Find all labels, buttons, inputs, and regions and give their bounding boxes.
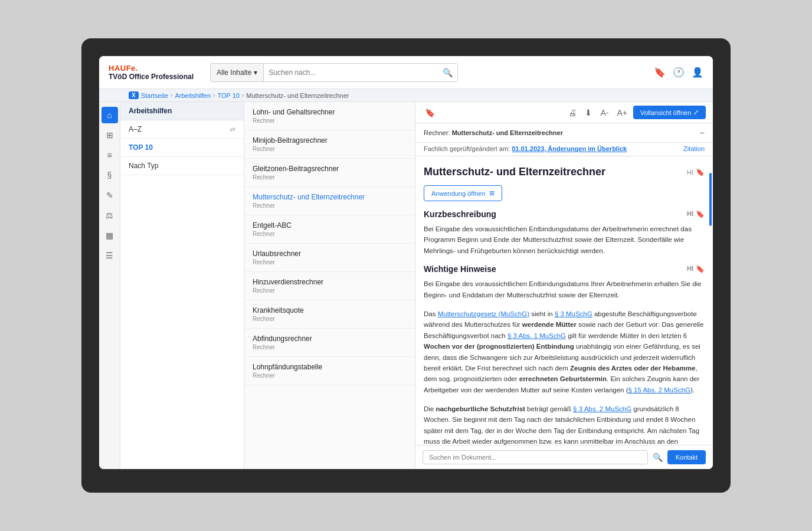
- section-0-icons: HI 🔖: [687, 210, 705, 218]
- doc-collapse-icon[interactable]: −: [700, 128, 705, 137]
- muschg-link[interactable]: Mutterschutzgesetz (MuSchG): [438, 310, 529, 317]
- doc-content: Mutterschutz- und Elternzeitrechner HI 🔖…: [415, 156, 713, 445]
- sidebar-item-az[interactable]: A–Z ⇌: [120, 120, 244, 139]
- item-type: Rechner: [253, 344, 407, 350]
- section-1-p2: Das Mutterschutzgesetz (MuSchG) sieht in…: [424, 309, 705, 395]
- doc-toolbar-left: 🔖: [423, 107, 437, 119]
- item-type: Rechner: [253, 287, 407, 294]
- user-header-icon[interactable]: 👤: [692, 67, 703, 78]
- logo-subtitle: TVöD Office Professional: [109, 73, 203, 81]
- logo-area: HAUFe. TVöD Office Professional: [109, 64, 203, 81]
- item-type: Rechner: [253, 231, 407, 237]
- doc-font-decrease[interactable]: A-: [598, 107, 611, 119]
- doc-meta-date: Fachlich geprüft/geändert am: 01.01.2023…: [424, 145, 627, 152]
- list-item-active[interactable]: Mutterschutz- und Elternzeitrechner Rech…: [244, 187, 415, 215]
- list-item[interactable]: Urlaubsrechner Rechner: [244, 244, 415, 272]
- doc-print-icon[interactable]: 🖨: [566, 107, 579, 119]
- item-title: Lohn- und Gehaltsrechner: [253, 108, 407, 116]
- par3-link[interactable]: § 3 MuSchG: [555, 310, 592, 317]
- doc-bookmark-icon[interactable]: 🔖: [423, 107, 437, 119]
- nav-grid-icon[interactable]: ▦: [102, 227, 118, 244]
- search-input-wrap[interactable]: 🔍: [263, 63, 458, 82]
- doc-download-icon[interactable]: ⬇: [582, 107, 594, 119]
- item-title: Hinzuverdienstrechner: [253, 278, 407, 286]
- section-1-icons: HI 🔖: [687, 265, 705, 273]
- sidebar-item-nachtyp[interactable]: Nach Typ: [120, 157, 244, 175]
- section1-hi-icon[interactable]: HI: [687, 265, 693, 273]
- item-title: Minijob-Beitragsrechner: [253, 136, 407, 145]
- list-item[interactable]: Lohn- und Gehaltsrechner Rechner: [244, 102, 415, 130]
- app-header: HAUFe. TVöD Office Professional Alle Inh…: [99, 56, 713, 89]
- doc-search-input[interactable]: [423, 450, 648, 464]
- search-input[interactable]: [269, 68, 443, 77]
- doc-font-increase[interactable]: A+: [614, 107, 630, 119]
- item-type: Rechner: [253, 117, 407, 124]
- search-icon: 🔍: [443, 68, 453, 77]
- kontakt-button[interactable]: Kontakt: [667, 450, 706, 464]
- app-open-button[interactable]: Anwendung öffnen ⊞: [424, 185, 502, 201]
- logo-text: HAUFe.: [109, 64, 203, 73]
- doc-search-icon[interactable]: 🔍: [653, 453, 663, 462]
- section-hi-icon[interactable]: HI: [687, 210, 693, 218]
- list-item[interactable]: Krankheitsquote Rechner: [244, 300, 415, 329]
- breadcrumb-startseite[interactable]: Startseite: [141, 92, 168, 99]
- doc-meta-title: Rechner: Mutterschutz- und Elternzeitrec…: [424, 129, 563, 136]
- sidebar-item-top10[interactable]: TOP 10: [120, 139, 244, 157]
- search-filter-dropdown[interactable]: Alle Inhalte ▾: [210, 63, 263, 82]
- sidebar-section-title: Arbeitshilfen: [120, 102, 244, 120]
- section-1-p3: Die nachgeburtliche Schutzfrist beträgt …: [424, 404, 705, 445]
- breadcrumb: X Startseite › Arbeitshilfen › TOP 10 › …: [99, 89, 713, 102]
- doc-meta-title-strong: Mutterschutz- und Elternzeitrechner: [452, 129, 563, 136]
- list-item[interactable]: Gleitzonen-Beitragsrechner Rechner: [244, 159, 415, 187]
- fullscreen-button[interactable]: Vollansicht öffnen ⤢: [633, 106, 706, 119]
- nav-home-icon[interactable]: ⌂: [102, 107, 118, 123]
- section-1-p1: Bei Eingabe des voraussichtlichen Entbin…: [424, 278, 705, 300]
- doc-cite-link[interactable]: Zitation: [683, 145, 705, 152]
- section-heading-hinweise: Wichtige Hinweise HI 🔖: [424, 264, 705, 274]
- par15-link[interactable]: § 15 Abs. 2 MuSchG: [628, 386, 690, 394]
- sidebar: Arbeitshilfen A–Z ⇌ TOP 10 Nach Typ: [120, 102, 244, 469]
- list-item[interactable]: Minijob-Beitragsrechner Rechner: [244, 130, 415, 159]
- title-bookmark-icon[interactable]: 🔖: [696, 168, 705, 176]
- nav-list-icon[interactable]: ≡: [102, 147, 118, 163]
- section-0-content: Bei Eingabe des voraussichtlichen Entbin…: [424, 224, 705, 256]
- doc-meta-date-row: Fachlich geprüft/geändert am: 01.01.2023…: [415, 143, 713, 156]
- doc-date-link[interactable]: 01.01.2023, Änderungen im Überblick: [512, 145, 627, 152]
- item-type: Rechner: [253, 259, 407, 266]
- header-icons: 🔖 🕐 👤: [654, 67, 703, 78]
- doc-meta: Rechner: Mutterschutz- und Elternzeitrec…: [415, 123, 713, 143]
- section-heading-kurz: Kurzbeschreibung HI 🔖: [424, 209, 705, 219]
- par3abs2-link[interactable]: § 3 Abs. 2 MuSchG: [573, 405, 631, 412]
- breadcrumb-home[interactable]: X: [129, 91, 139, 99]
- item-type: Rechner: [253, 372, 407, 379]
- nav-image-icon[interactable]: ⊞: [102, 127, 118, 143]
- doc-toolbar: 🔖 🖨 ⬇ A- A+ Vollansicht öffnen ⤢: [415, 102, 713, 123]
- nav-paragraph-icon[interactable]: §: [102, 167, 118, 183]
- nav-tasks-icon[interactable]: ☰: [102, 247, 118, 264]
- par3abs1-link[interactable]: § 3 Abs. 1 MuSchG: [508, 332, 566, 339]
- item-title: Krankheitsquote: [253, 306, 407, 314]
- item-type: Rechner: [253, 174, 407, 181]
- section1-bookmark-icon[interactable]: 🔖: [696, 265, 705, 273]
- fullscreen-icon: ⤢: [693, 109, 699, 116]
- hi-icon[interactable]: HI: [687, 169, 693, 176]
- item-type: Rechner: [253, 316, 407, 322]
- nav-balance-icon[interactable]: ⚖: [102, 207, 118, 224]
- item-type: Rechner: [253, 202, 407, 209]
- list-item[interactable]: Lohnpfändungstabelle Rechner: [244, 357, 415, 385]
- section-bookmark-icon[interactable]: 🔖: [696, 210, 705, 218]
- content-list: Lohn- und Gehaltsrechner Rechner Minijob…: [244, 102, 415, 469]
- doc-panel: 🔖 🖨 ⬇ A- A+ Vollansicht öffnen ⤢: [415, 102, 713, 469]
- list-item[interactable]: Entgelt-ABC Rechner: [244, 215, 415, 244]
- item-title: Abfindungsrechner: [253, 335, 407, 343]
- breadcrumb-arbeitshilfen[interactable]: Arbeitshilfen: [175, 92, 211, 99]
- bookmark-header-icon[interactable]: 🔖: [654, 67, 666, 78]
- doc-title-row: Mutterschutz- und Elternzeitrechner HI 🔖: [424, 166, 705, 178]
- item-title: Lohnpfändungstabelle: [253, 363, 407, 371]
- nav-edit-icon[interactable]: ✎: [102, 187, 118, 204]
- clock-header-icon[interactable]: 🕐: [673, 67, 685, 78]
- list-item[interactable]: Abfindungsrechner Rechner: [244, 329, 415, 357]
- breadcrumb-top10[interactable]: TOP 10: [217, 92, 240, 99]
- list-item[interactable]: Hinzuverdienstrechner Rechner: [244, 272, 415, 300]
- item-title: Mutterschutz- und Elternzeitrechner: [253, 193, 407, 201]
